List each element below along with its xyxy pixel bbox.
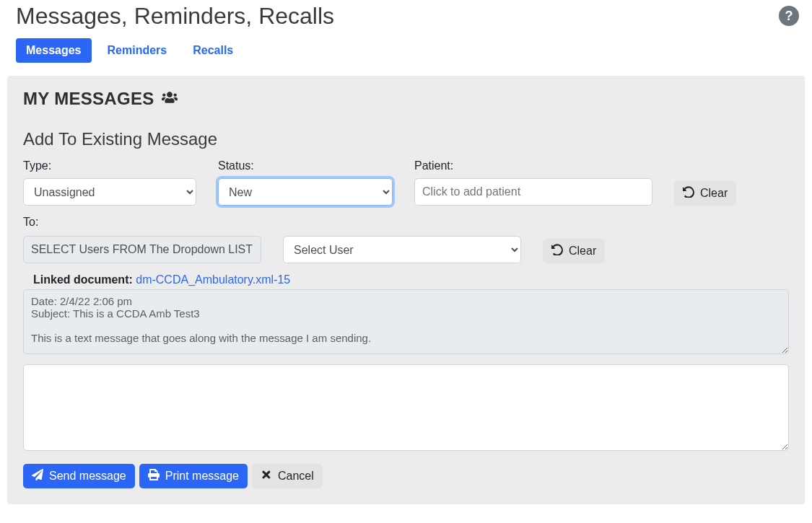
row-type-status-patient: Type: Unassigned Status: New Patient: Cl (23, 159, 789, 206)
to-input[interactable] (23, 236, 261, 263)
status-select[interactable]: New (218, 178, 393, 206)
close-icon (261, 469, 272, 483)
clear-patient-label: Clear (700, 187, 728, 200)
tab-reminders[interactable]: Reminders (97, 38, 178, 63)
action-row: Send message Print message Cancel (23, 464, 789, 488)
field-to-label: To: (23, 216, 789, 229)
tab-recalls[interactable]: Recalls (183, 38, 243, 63)
tab-messages[interactable]: Messages (16, 38, 92, 63)
row-to-user: Select User Clear (23, 236, 789, 263)
patient-label: Patient: (414, 159, 652, 172)
type-label: Type: (23, 159, 196, 172)
undo-icon (551, 244, 563, 258)
user-select[interactable]: Select User (283, 236, 521, 263)
linked-document-row: Linked document: dm-CCDA_Ambulatory.xml-… (33, 273, 789, 286)
to-label: To: (23, 216, 789, 229)
clear-patient-button[interactable]: Clear (674, 181, 736, 206)
patient-input[interactable] (414, 178, 652, 206)
send-icon (32, 469, 43, 483)
message-display[interactable] (23, 289, 789, 354)
section-title: MY MESSAGES (23, 89, 154, 109)
tab-bar: Messages Reminders Recalls (16, 38, 812, 63)
group-icon (162, 91, 178, 107)
section-title-row: MY MESSAGES (23, 89, 789, 109)
clear-user-button[interactable]: Clear (543, 239, 605, 263)
print-icon (148, 469, 160, 483)
section-subtitle: Add To Existing Message (23, 129, 789, 149)
send-label: Send message (49, 470, 126, 483)
status-label: Status: (218, 159, 393, 172)
main-panel: MY MESSAGES Add To Existing Message Type… (7, 76, 805, 504)
messages-page: Messages, Reminders, Recalls ? Messages … (0, 0, 812, 519)
field-type: Type: Unassigned (23, 159, 196, 206)
linked-doc-link[interactable]: dm-CCDA_Ambulatory.xml-15 (136, 273, 290, 286)
undo-icon (683, 186, 694, 201)
field-patient: Patient: (414, 159, 652, 206)
print-label: Print message (165, 470, 239, 483)
clear-user-label: Clear (569, 245, 596, 258)
cancel-label: Cancel (278, 470, 314, 483)
message-compose[interactable] (23, 364, 789, 451)
header-row: Messages, Reminders, Recalls ? (0, 0, 812, 38)
cancel-button[interactable]: Cancel (252, 464, 323, 488)
send-message-button[interactable]: Send message (23, 464, 135, 488)
print-message-button[interactable]: Print message (139, 464, 248, 488)
type-select[interactable]: Unassigned (23, 178, 196, 206)
field-status: Status: New (218, 159, 393, 206)
page-title: Messages, Reminders, Recalls (16, 3, 334, 30)
linked-doc-label: Linked document: (33, 273, 133, 286)
help-icon[interactable]: ? (779, 6, 799, 26)
